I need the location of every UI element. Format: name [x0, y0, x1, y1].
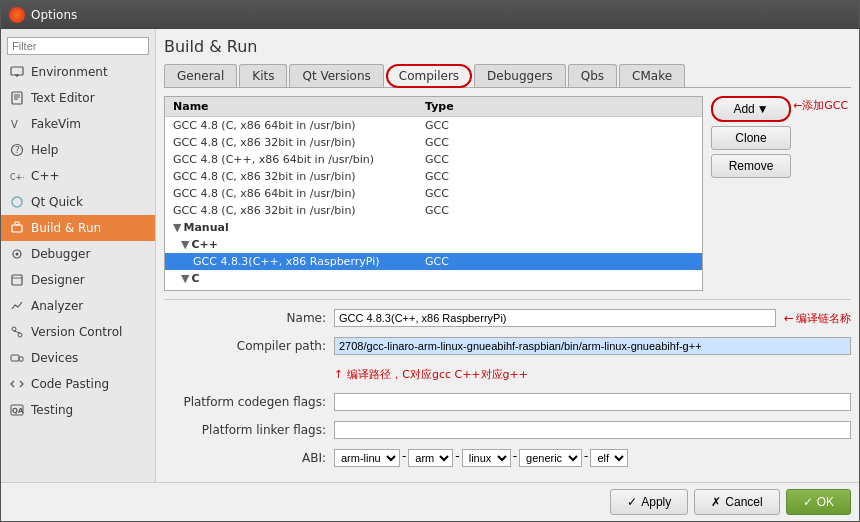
sidebar-item-help-label: Help	[31, 143, 58, 157]
add-button[interactable]: Add ▼	[711, 96, 791, 122]
list-item[interactable]: GCC 4.8 (C, x86 32bit in /usr/bin) GCC	[165, 134, 702, 151]
list-item[interactable]: GCC 4.8 (C, x86 32bit in /usr/bin) GCC	[165, 168, 702, 185]
filter-input[interactable]	[7, 37, 149, 55]
sidebar-item-analyzer[interactable]: Analyzer	[1, 293, 155, 319]
svg-marker-13	[15, 222, 19, 225]
tab-bar: General Kits Qt Versions Compilers Debug…	[164, 64, 851, 88]
svg-line-20	[14, 331, 20, 333]
sidebar: Environment Text Editor V FakeVim ? Help	[1, 29, 156, 482]
sidebar-item-devices[interactable]: Devices	[1, 345, 155, 371]
item-type: GCC	[425, 204, 702, 217]
sidebar-item-build-run-label: Build & Run	[31, 221, 101, 235]
analyzer-icon	[9, 298, 25, 314]
form-row-platform-linker: Platform linker flags:	[164, 418, 851, 442]
compiler-path-label: Compiler path:	[164, 339, 334, 353]
tab-general[interactable]: General	[164, 64, 237, 87]
manual-label: ▼Manual	[165, 221, 425, 234]
abi-selects: arm-linu - arm - linux - generic	[334, 449, 628, 467]
devices-icon	[9, 350, 25, 366]
svg-rect-0	[11, 67, 23, 75]
abi-select-1[interactable]: arm	[408, 449, 453, 467]
compiler-list-header: Name Type	[165, 97, 702, 117]
sidebar-item-cpp[interactable]: C++ C++	[1, 163, 155, 189]
abi-select-4[interactable]: elf	[590, 449, 628, 467]
item-name: GCC 4.8.3(C++, x86 RaspberryPi)	[165, 255, 425, 268]
apply-button[interactable]: ✓ Apply	[610, 489, 688, 515]
text-icon	[9, 90, 25, 106]
ok-button-label: OK	[817, 495, 834, 509]
sidebar-item-debugger[interactable]: Debugger	[1, 241, 155, 267]
abi-select-2[interactable]: linux	[462, 449, 511, 467]
svg-point-19	[18, 333, 22, 337]
dialog-footer: ✓ Apply ✗ Cancel ✓ OK	[1, 482, 859, 521]
sidebar-item-qt-quick[interactable]: Qt Quick	[1, 189, 155, 215]
name-input[interactable]	[334, 309, 776, 327]
list-item[interactable]: GCC 4.8.3(C, x86 RaspberryPi) GCC	[165, 287, 702, 291]
tab-qbs[interactable]: Qbs	[568, 64, 617, 87]
sidebar-item-qt-quick-label: Qt Quick	[31, 195, 83, 209]
tab-debuggers[interactable]: Debuggers	[474, 64, 566, 87]
cpp-icon: C++	[9, 168, 25, 184]
code-icon	[9, 376, 25, 392]
list-item[interactable]: GCC 4.8 (C, x86 64bit in /usr/bin) GCC	[165, 185, 702, 202]
cancel-button[interactable]: ✗ Cancel	[694, 489, 779, 515]
sidebar-item-fakevim[interactable]: V FakeVim	[1, 111, 155, 137]
list-item[interactable]: GCC 4.8 (C++, x86 64bit in /usr/bin) GCC	[165, 151, 702, 168]
sidebar-item-environment[interactable]: Environment	[1, 59, 155, 85]
tab-kits[interactable]: Kits	[239, 64, 287, 87]
abi-label: ABI:	[164, 451, 334, 465]
item-name: GCC 4.8 (C, x86 32bit in /usr/bin)	[165, 136, 425, 149]
tab-cmake[interactable]: CMake	[619, 64, 685, 87]
sidebar-item-version-control-label: Version Control	[31, 325, 122, 339]
sidebar-item-cpp-label: C++	[31, 169, 60, 183]
list-item[interactable]: GCC 4.8 (C, x86 32bit in /usr/bin) GCC	[165, 202, 702, 219]
tab-compilers[interactable]: Compilers	[386, 64, 472, 88]
svg-rect-16	[12, 275, 22, 285]
abi-select-3[interactable]: generic	[519, 449, 582, 467]
item-type	[425, 272, 702, 285]
abi-select-0[interactable]: arm-linu	[334, 449, 400, 467]
platform-codegen-input[interactable]	[334, 393, 851, 411]
item-name: GCC 4.8 (C++, x86 64bit in /usr/bin)	[165, 153, 425, 166]
cpp-group-label: ▼C++	[165, 238, 425, 251]
title-bar: Options	[1, 1, 859, 29]
cpp-group-header: ▼C++	[165, 236, 702, 253]
sidebar-item-help[interactable]: ? Help	[1, 137, 155, 163]
ok-button[interactable]: ✓ OK	[786, 489, 851, 515]
sidebar-item-designer[interactable]: Designer	[1, 267, 155, 293]
sidebar-item-analyzer-label: Analyzer	[31, 299, 83, 313]
svg-text:C++: C++	[10, 173, 24, 182]
col-header-type: Type	[425, 100, 702, 113]
platform-linker-input[interactable]	[334, 421, 851, 439]
sidebar-item-testing[interactable]: QA Testing	[1, 397, 155, 423]
ok-check-icon: ✓	[803, 495, 813, 509]
manual-section-header: ▼Manual	[165, 219, 702, 236]
name-label: Name:	[164, 311, 334, 325]
clone-button[interactable]: Clone	[711, 126, 791, 150]
form-row-name: Name: ← 编译链名称	[164, 306, 851, 330]
compiler-list[interactable]: Name Type GCC 4.8 (C, x86 64bit in /usr/…	[164, 96, 703, 291]
vim-icon: V	[9, 116, 25, 132]
item-type: GCC	[425, 153, 702, 166]
tab-qt-versions[interactable]: Qt Versions	[289, 64, 383, 87]
remove-button[interactable]: Remove	[711, 154, 791, 178]
list-item-selected[interactable]: GCC 4.8.3(C++, x86 RaspberryPi) GCC	[165, 253, 702, 270]
debug-icon	[9, 246, 25, 262]
sidebar-item-build-run[interactable]: Build & Run	[1, 215, 155, 241]
help-icon: ?	[9, 142, 25, 158]
sidebar-item-fakevim-label: FakeVim	[31, 117, 81, 131]
compiler-path-input[interactable]	[334, 337, 851, 355]
sidebar-item-version-control[interactable]: Version Control	[1, 319, 155, 345]
vc-icon	[9, 324, 25, 340]
main-content: Build & Run General Kits Qt Versions Com…	[156, 29, 859, 482]
apply-check-icon: ✓	[627, 495, 637, 509]
col-header-name: Name	[165, 100, 425, 113]
item-name: GCC 4.8.3(C, x86 RaspberryPi)	[165, 289, 425, 291]
sidebar-item-text-editor[interactable]: Text Editor	[1, 85, 155, 111]
item-type: GCC	[425, 170, 702, 183]
sidebar-item-debugger-label: Debugger	[31, 247, 90, 261]
form-row-platform-codegen: Platform codegen flags:	[164, 390, 851, 414]
compiler-section: Name Type GCC 4.8 (C, x86 64bit in /usr/…	[164, 96, 851, 291]
sidebar-item-code-pasting[interactable]: Code Pasting	[1, 371, 155, 397]
list-item[interactable]: GCC 4.8 (C, x86 64bit in /usr/bin) GCC	[165, 117, 702, 134]
